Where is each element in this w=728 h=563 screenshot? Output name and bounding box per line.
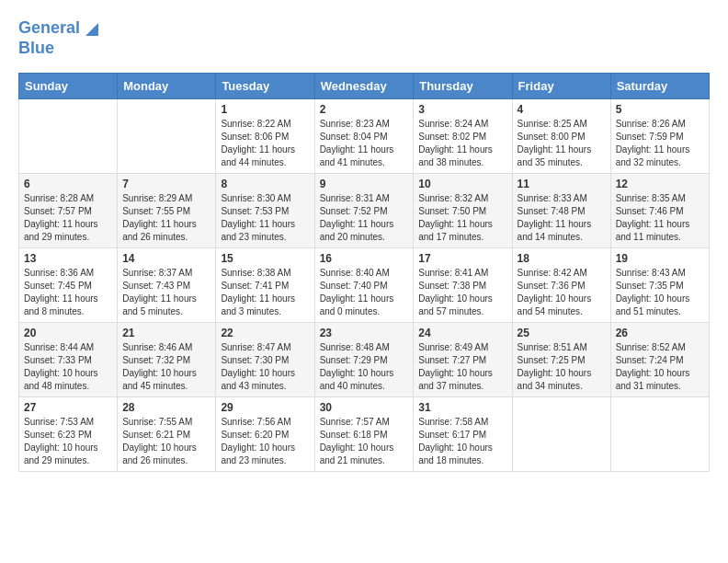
day-info: Sunrise: 8:32 AMSunset: 7:50 PMDaylight:… (418, 192, 506, 244)
day-info: Sunrise: 8:52 AMSunset: 7:24 PMDaylight:… (616, 341, 704, 393)
day-info: Sunrise: 7:57 AMSunset: 6:18 PMDaylight:… (320, 416, 409, 467)
day-number: 5 (616, 103, 704, 116)
calendar-week-row: 1Sunrise: 8:22 AMSunset: 8:06 PMDaylight… (19, 99, 710, 174)
calendar-cell (19, 99, 118, 174)
calendar-cell: 5Sunrise: 8:26 AMSunset: 7:59 PMDaylight… (610, 99, 709, 174)
day-info: Sunrise: 8:42 AMSunset: 7:36 PMDaylight:… (518, 267, 606, 318)
calendar-cell (512, 397, 610, 472)
column-header-friday: Friday (512, 74, 610, 99)
day-info: Sunrise: 8:30 AMSunset: 7:53 PMDaylight:… (221, 192, 309, 244)
day-number: 13 (24, 252, 112, 265)
calendar-cell: 30Sunrise: 7:57 AMSunset: 6:18 PMDayligh… (314, 397, 414, 472)
day-number: 27 (24, 401, 112, 414)
calendar-cell: 6Sunrise: 8:28 AMSunset: 7:57 PMDaylight… (19, 174, 118, 248)
day-number: 4 (518, 103, 606, 116)
logo-icon (82, 19, 98, 36)
day-info: Sunrise: 8:26 AMSunset: 7:59 PMDaylight:… (616, 118, 704, 169)
calendar-cell: 16Sunrise: 8:40 AMSunset: 7:40 PMDayligh… (314, 248, 414, 323)
calendar-cell: 31Sunrise: 7:58 AMSunset: 6:17 PMDayligh… (414, 397, 512, 472)
day-number: 14 (122, 252, 210, 265)
day-info: Sunrise: 7:55 AMSunset: 6:21 PMDaylight:… (122, 416, 210, 467)
page-header: General Blue (18, 18, 710, 58)
day-number: 1 (221, 103, 309, 116)
calendar-cell: 11Sunrise: 8:33 AMSunset: 7:48 PMDayligh… (512, 174, 610, 248)
calendar-table: SundayMondayTuesdayWednesdayThursdayFrid… (18, 73, 710, 472)
day-info: Sunrise: 8:46 AMSunset: 7:32 PMDaylight:… (122, 341, 210, 393)
calendar-week-row: 27Sunrise: 7:53 AMSunset: 6:23 PMDayligh… (19, 397, 710, 472)
calendar-cell: 13Sunrise: 8:36 AMSunset: 7:45 PMDayligh… (19, 248, 118, 323)
calendar-cell: 27Sunrise: 7:53 AMSunset: 6:23 PMDayligh… (19, 397, 118, 472)
calendar-cell: 22Sunrise: 8:47 AMSunset: 7:30 PMDayligh… (216, 323, 314, 397)
day-number: 10 (418, 178, 506, 190)
day-number: 31 (418, 401, 506, 414)
day-number: 2 (320, 103, 409, 116)
day-number: 11 (518, 178, 606, 190)
calendar-cell: 17Sunrise: 8:41 AMSunset: 7:38 PMDayligh… (414, 248, 512, 323)
calendar-cell: 19Sunrise: 8:43 AMSunset: 7:35 PMDayligh… (610, 248, 709, 323)
column-header-saturday: Saturday (610, 74, 709, 99)
day-number: 3 (418, 103, 506, 116)
logo: General Blue (18, 18, 98, 58)
day-number: 25 (518, 327, 606, 339)
calendar-cell: 12Sunrise: 8:35 AMSunset: 7:46 PMDayligh… (610, 174, 709, 248)
calendar-cell: 25Sunrise: 8:51 AMSunset: 7:25 PMDayligh… (512, 323, 610, 397)
calendar-week-row: 20Sunrise: 8:44 AMSunset: 7:33 PMDayligh… (19, 323, 710, 397)
calendar-cell (610, 397, 709, 472)
day-info: Sunrise: 8:29 AMSunset: 7:55 PMDaylight:… (122, 192, 210, 244)
day-info: Sunrise: 8:33 AMSunset: 7:48 PMDaylight:… (518, 192, 606, 244)
day-info: Sunrise: 8:36 AMSunset: 7:45 PMDaylight:… (24, 267, 112, 318)
calendar-week-row: 6Sunrise: 8:28 AMSunset: 7:57 PMDaylight… (19, 174, 710, 248)
day-number: 24 (418, 327, 506, 339)
day-info: Sunrise: 8:49 AMSunset: 7:27 PMDaylight:… (418, 341, 506, 393)
column-header-tuesday: Tuesday (216, 74, 314, 99)
day-info: Sunrise: 8:24 AMSunset: 8:02 PMDaylight:… (418, 118, 506, 169)
day-info: Sunrise: 8:28 AMSunset: 7:57 PMDaylight:… (24, 192, 112, 244)
calendar-cell: 1Sunrise: 8:22 AMSunset: 8:06 PMDaylight… (216, 99, 314, 174)
day-info: Sunrise: 7:58 AMSunset: 6:17 PMDaylight:… (418, 416, 506, 467)
day-info: Sunrise: 7:53 AMSunset: 6:23 PMDaylight:… (24, 416, 112, 467)
day-info: Sunrise: 8:48 AMSunset: 7:29 PMDaylight:… (320, 341, 409, 393)
day-info: Sunrise: 8:25 AMSunset: 8:00 PMDaylight:… (518, 118, 606, 169)
day-info: Sunrise: 8:22 AMSunset: 8:06 PMDaylight:… (221, 118, 309, 169)
calendar-cell: 9Sunrise: 8:31 AMSunset: 7:52 PMDaylight… (314, 174, 414, 248)
day-number: 8 (221, 178, 309, 190)
day-number: 26 (616, 327, 704, 339)
column-header-monday: Monday (118, 74, 216, 99)
svg-marker-0 (85, 23, 98, 36)
day-number: 22 (221, 327, 309, 339)
calendar-cell: 15Sunrise: 8:38 AMSunset: 7:41 PMDayligh… (216, 248, 314, 323)
day-info: Sunrise: 8:35 AMSunset: 7:46 PMDaylight:… (616, 192, 704, 244)
day-info: Sunrise: 8:23 AMSunset: 8:04 PMDaylight:… (320, 118, 409, 169)
calendar-cell: 14Sunrise: 8:37 AMSunset: 7:43 PMDayligh… (118, 248, 216, 323)
day-info: Sunrise: 8:31 AMSunset: 7:52 PMDaylight:… (320, 192, 409, 244)
day-number: 28 (122, 401, 210, 414)
calendar-cell (118, 99, 216, 174)
calendar-cell: 7Sunrise: 8:29 AMSunset: 7:55 PMDaylight… (118, 174, 216, 248)
column-header-sunday: Sunday (19, 74, 118, 99)
calendar-cell: 4Sunrise: 8:25 AMSunset: 8:00 PMDaylight… (512, 99, 610, 174)
day-number: 23 (320, 327, 409, 339)
calendar-week-row: 13Sunrise: 8:36 AMSunset: 7:45 PMDayligh… (19, 248, 710, 323)
day-info: Sunrise: 7:56 AMSunset: 6:20 PMDaylight:… (221, 416, 309, 467)
calendar-cell: 8Sunrise: 8:30 AMSunset: 7:53 PMDaylight… (216, 174, 314, 248)
logo-text: General (18, 18, 80, 39)
calendar-cell: 21Sunrise: 8:46 AMSunset: 7:32 PMDayligh… (118, 323, 216, 397)
day-info: Sunrise: 8:51 AMSunset: 7:25 PMDaylight:… (518, 341, 606, 393)
calendar-header-row: SundayMondayTuesdayWednesdayThursdayFrid… (19, 74, 710, 99)
day-info: Sunrise: 8:41 AMSunset: 7:38 PMDaylight:… (418, 267, 506, 318)
day-info: Sunrise: 8:37 AMSunset: 7:43 PMDaylight:… (122, 267, 210, 318)
day-info: Sunrise: 8:38 AMSunset: 7:41 PMDaylight:… (221, 267, 309, 318)
calendar-cell: 29Sunrise: 7:56 AMSunset: 6:20 PMDayligh… (216, 397, 314, 472)
column-header-wednesday: Wednesday (314, 74, 414, 99)
calendar-cell: 2Sunrise: 8:23 AMSunset: 8:04 PMDaylight… (314, 99, 414, 174)
calendar-cell: 23Sunrise: 8:48 AMSunset: 7:29 PMDayligh… (314, 323, 414, 397)
calendar-cell: 20Sunrise: 8:44 AMSunset: 7:33 PMDayligh… (19, 323, 118, 397)
calendar-cell: 24Sunrise: 8:49 AMSunset: 7:27 PMDayligh… (414, 323, 512, 397)
day-number: 12 (616, 178, 704, 190)
day-info: Sunrise: 8:43 AMSunset: 7:35 PMDaylight:… (616, 267, 704, 318)
day-number: 21 (122, 327, 210, 339)
day-info: Sunrise: 8:44 AMSunset: 7:33 PMDaylight:… (24, 341, 112, 393)
day-number: 7 (122, 178, 210, 190)
day-number: 17 (418, 252, 506, 265)
day-number: 20 (24, 327, 112, 339)
